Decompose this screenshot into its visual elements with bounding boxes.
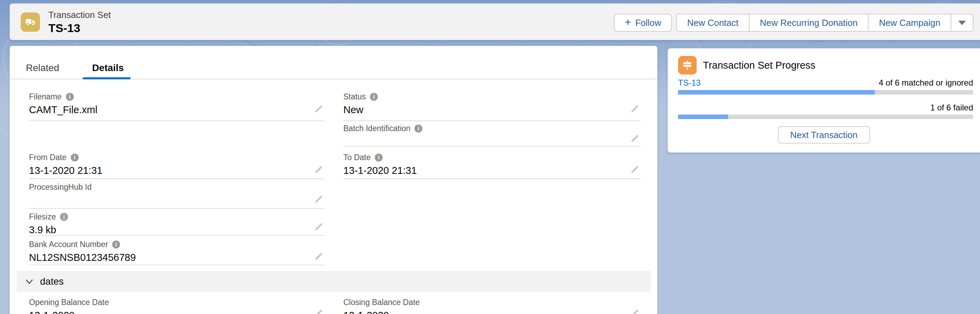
record-link[interactable]: TS-13 <box>678 78 700 88</box>
field-filesize-label: Filesize <box>29 212 56 221</box>
edit-pencil-icon[interactable] <box>314 252 324 261</box>
chevron-down-icon <box>25 277 34 286</box>
matched-progress-caption: 4 of 6 matched or ignored <box>878 78 973 88</box>
info-icon[interactable] <box>375 153 383 161</box>
new-contact-label: New Contact <box>687 18 738 28</box>
edit-pencil-icon[interactable] <box>630 104 640 113</box>
failed-progress-fill <box>678 115 728 119</box>
info-icon[interactable] <box>60 213 68 221</box>
info-icon[interactable] <box>66 93 74 101</box>
dropdown-arrow-icon <box>958 21 966 25</box>
follow-button-label: Follow <box>635 18 661 28</box>
new-campaign-label: New Campaign <box>879 18 940 28</box>
field-filesize-value: 3.9 kb <box>29 223 56 236</box>
info-icon[interactable] <box>112 241 120 249</box>
progress-panel-title: Transaction Set Progress <box>703 56 815 75</box>
edit-pencil-icon[interactable] <box>314 164 324 174</box>
failed-progress-caption: 1 of 6 failed <box>930 103 973 113</box>
edit-pencil-icon[interactable] <box>314 308 324 314</box>
new-recurring-donation-label: New Recurring Donation <box>760 18 858 28</box>
section-dates-title: dates <box>40 276 64 287</box>
matched-progress-bar <box>678 90 973 94</box>
transaction-set-progress-panel: Transaction Set Progress TS-13 4 of 6 ma… <box>668 48 980 153</box>
field-filename: Filename CAMT_File.xml <box>29 91 325 121</box>
field-opening-balance-date-value: 13-1-2020 <box>29 309 75 314</box>
object-label: Transaction Set <box>48 9 111 21</box>
field-filename-label: Filename <box>29 92 62 101</box>
plus-icon: + <box>625 17 631 28</box>
edit-pencil-icon[interactable] <box>314 194 324 204</box>
field-from-date-label: From Date <box>29 153 67 162</box>
field-to-date-label: To Date <box>344 153 371 162</box>
field-closing-balance-date-value: 13-1-2020 <box>344 309 389 314</box>
field-processinghub-id-label: ProcessingHub Id <box>29 183 92 191</box>
field-processinghub-id: ProcessingHub Id <box>29 182 325 209</box>
edit-pencil-icon[interactable] <box>630 134 640 143</box>
field-closing-balance-date: Closing Balance Date 13-1-2020 <box>344 297 640 314</box>
field-from-date: From Date 13-1-2020 21:31 <box>29 152 325 179</box>
failed-progress-bar <box>678 115 973 119</box>
field-to-date: To Date 13-1-2020 21:31 <box>344 152 640 179</box>
field-opening-balance-date: Opening Balance Date 13-1-2020 <box>29 297 325 314</box>
progress-panel-icon <box>678 56 697 75</box>
field-opening-balance-date-label: Opening Balance Date <box>29 298 109 307</box>
info-icon[interactable] <box>370 93 378 101</box>
active-tab-underline <box>83 77 130 80</box>
field-to-date-value: 13-1-2020 21:31 <box>344 164 417 177</box>
field-status: Status New <box>344 91 640 121</box>
info-icon[interactable] <box>414 124 422 132</box>
follow-button[interactable]: + Follow <box>614 14 672 32</box>
more-actions-dropdown-button[interactable] <box>951 14 974 32</box>
field-batch-identification: Batch Identification <box>344 123 640 147</box>
field-filesize: Filesize 3.9 kb <box>29 212 325 236</box>
record-header: Transaction Set TS-13 + Follow New Conta… <box>10 3 980 40</box>
tab-details[interactable]: Details <box>92 62 124 73</box>
field-status-value: New <box>344 104 363 116</box>
field-batch-identification-label: Batch Identification <box>344 124 410 133</box>
field-from-date-value: 13-1-2020 21:31 <box>29 164 102 177</box>
truck-icon <box>24 16 37 29</box>
next-transaction-button[interactable]: Next Transaction <box>778 126 870 143</box>
field-bank-account-number: Bank Account Number NL12SNSB0123456789 <box>29 239 325 265</box>
field-status-label: Status <box>344 92 366 101</box>
next-transaction-label: Next Transaction <box>790 130 858 140</box>
field-closing-balance-date-label: Closing Balance Date <box>344 298 420 307</box>
header-action-buttons: + Follow New Contact New Recurring Donat… <box>614 14 974 32</box>
section-dates-header[interactable]: dates <box>17 271 651 292</box>
edit-pencil-icon[interactable] <box>314 222 324 231</box>
record-title: TS-13 <box>48 21 111 35</box>
field-filename-value: CAMT_File.xml <box>29 104 97 116</box>
new-campaign-button[interactable]: New Campaign <box>868 14 951 32</box>
record-detail-card: Related Details Filename CAMT_File.xml S… <box>10 46 657 314</box>
transaction-set-object-icon <box>21 13 40 32</box>
signpost-icon <box>681 59 694 72</box>
action-button-group: New Contact New Recurring Donation New C… <box>676 14 974 32</box>
edit-pencil-icon[interactable] <box>630 308 640 314</box>
tab-related[interactable]: Related <box>26 62 59 73</box>
edit-pencil-icon[interactable] <box>630 164 640 174</box>
info-icon[interactable] <box>71 153 79 161</box>
edit-pencil-icon[interactable] <box>314 104 324 113</box>
field-bank-account-number-label: Bank Account Number <box>29 240 108 249</box>
field-bank-account-number-value: NL12SNSB0123456789 <box>29 251 136 264</box>
new-recurring-donation-button[interactable]: New Recurring Donation <box>749 14 868 32</box>
new-contact-button[interactable]: New Contact <box>676 14 749 32</box>
matched-progress-fill <box>678 90 875 94</box>
